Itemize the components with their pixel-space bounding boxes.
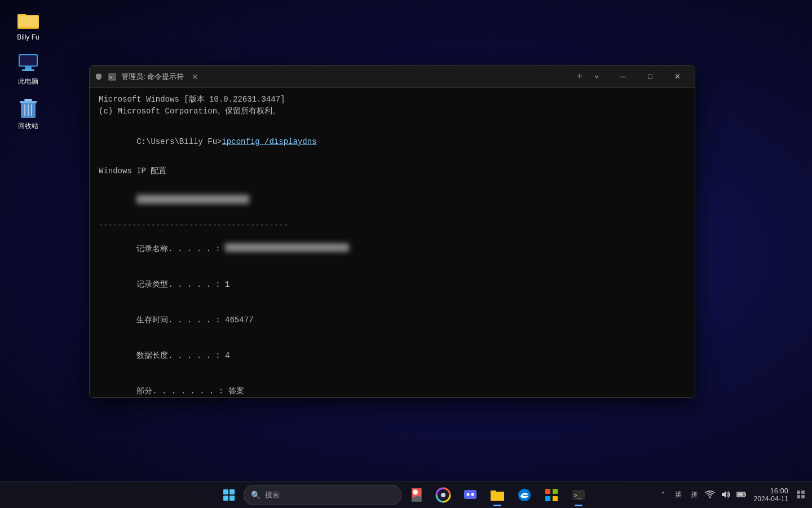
close-button[interactable]: ✕	[664, 68, 690, 86]
svg-point-31	[467, 493, 470, 496]
svg-rect-11	[19, 16, 38, 27]
title-bar: >_ 管理员: 命令提示符 ✕ + ─ □ ✕	[90, 65, 695, 88]
svg-marker-43	[722, 491, 726, 498]
record1-sect: 部分. . . . . . . : 答案	[99, 374, 686, 397]
language-eng-icon[interactable]: 英	[672, 488, 685, 501]
lang-pin-label: 拼	[691, 490, 698, 500]
record1-sect-val: 答案	[228, 387, 244, 396]
wifi-icon[interactable]	[703, 488, 717, 501]
tab-close-button[interactable]: ✕	[189, 71, 201, 82]
clock-date: 2024-04-11	[754, 495, 788, 503]
svg-rect-45	[745, 493, 746, 496]
svg-rect-39	[545, 496, 550, 501]
taskbar-center: 🔍 搜索 🎴	[217, 483, 591, 507]
windows-version-line: Microsoft Windows [版本 10.0.22631.3447]	[99, 94, 686, 106]
taskbar-right: ⌃ 英 拼	[591, 487, 812, 503]
volume-icon[interactable]	[719, 488, 732, 501]
separator1: ----------------------------------------	[99, 220, 686, 231]
svg-rect-48	[797, 491, 800, 494]
terminal-window: >_ 管理员: 命令提示符 ✕ + ─ □ ✕ Microsoft Window…	[89, 65, 695, 398]
search-box[interactable]: 🔍 搜索	[244, 485, 401, 505]
tab-dropdown-button[interactable]	[590, 70, 603, 84]
svg-rect-35	[491, 492, 504, 500]
desktop-icon-billy-fu[interactable]: Billy Fu	[6, 6, 51, 44]
terminal-tab-title: 管理员: 命令提示符	[121, 72, 184, 82]
file-explorer-button[interactable]	[485, 483, 510, 507]
lang-eng-label: 英	[675, 490, 682, 500]
this-pc-label: 此电脑	[18, 77, 38, 85]
ip-config-header: Windows IP 配置	[99, 165, 686, 177]
search-icon: 🔍	[251, 491, 261, 500]
recycle-bin-label: 回收站	[18, 122, 38, 130]
svg-rect-24	[223, 489, 228, 494]
svg-rect-18	[24, 99, 32, 101]
terminal-taskbar-button[interactable]: >_	[566, 483, 591, 507]
desktop-icon-recycle-bin[interactable]: 回收站	[6, 94, 51, 133]
recycle-bin-icon	[17, 97, 39, 120]
window-controls: ─ □ ✕	[610, 68, 690, 86]
copyright-line: (c) Microsoft Corporation。保留所有权利。	[99, 106, 686, 117]
tray-expand-button[interactable]: ⌃	[658, 491, 668, 498]
colorful-app-button[interactable]	[431, 483, 456, 507]
svg-rect-17	[20, 101, 37, 103]
record1-name-value	[225, 243, 349, 252]
svg-rect-14	[25, 67, 32, 69]
command-text: ipconfig /displaydns	[222, 137, 316, 146]
edge-browser-button[interactable]	[512, 483, 537, 507]
svg-rect-27	[230, 496, 235, 501]
svg-rect-38	[553, 489, 558, 494]
svg-rect-51	[801, 495, 805, 498]
svg-text:>_: >_	[574, 492, 581, 499]
cmd-icon: >_	[108, 72, 117, 81]
minimize-button[interactable]: ─	[610, 68, 636, 86]
svg-rect-46	[738, 493, 743, 496]
svg-rect-25	[230, 489, 235, 494]
svg-rect-49	[801, 491, 805, 494]
monitor-icon	[17, 52, 39, 75]
start-button[interactable]	[217, 483, 241, 507]
svg-point-29	[441, 493, 445, 497]
widgets-button[interactable]: 🎴	[404, 483, 429, 507]
system-tray: 英 拼	[672, 488, 748, 501]
desktop: Billy Fu 此电脑	[0, 0, 812, 508]
svg-rect-15	[22, 69, 34, 71]
store-button[interactable]	[539, 483, 564, 507]
record1-name: 记录名称. . . . . :	[99, 231, 686, 267]
terminal-content[interactable]: Microsoft Windows [版本 10.0.22631.3447] (…	[90, 88, 695, 397]
battery-icon[interactable]	[735, 488, 748, 501]
record1-ttl: 生存时间. . . . . : 465477	[99, 303, 686, 338]
prompt: C:\Users\Billy Fu>	[136, 137, 222, 146]
svg-text:>_: >_	[109, 75, 116, 80]
svg-rect-37	[545, 489, 550, 494]
record1-type-val: 1	[225, 280, 230, 289]
clock-area[interactable]: 16:00 2024-04-11	[752, 487, 791, 503]
svg-rect-40	[553, 496, 558, 501]
maximize-button[interactable]: □	[637, 68, 663, 86]
svg-point-36	[518, 489, 531, 501]
desktop-icons: Billy Fu 此电脑	[6, 6, 51, 133]
svg-rect-13	[20, 55, 37, 65]
record1-len: 数据长度. . . . . : 4	[99, 338, 686, 374]
record1-ttl-val: 465477	[225, 316, 253, 325]
chat-button[interactable]	[458, 483, 483, 507]
record1-len-val: 4	[225, 351, 230, 360]
new-tab-button[interactable]: +	[572, 69, 588, 85]
shield-icon	[94, 72, 103, 81]
search-label: 搜索	[265, 490, 280, 500]
record1-type: 记录类型. . . . . : 1	[99, 267, 686, 303]
taskbar: 🔍 搜索 🎴	[0, 481, 812, 508]
desktop-icon-this-pc[interactable]: 此电脑	[6, 50, 51, 88]
language-pin-icon[interactable]: 拼	[687, 488, 701, 501]
billy-fu-label: Billy Fu	[17, 33, 39, 41]
section1-blurred-name	[136, 195, 249, 204]
folder-icon	[17, 8, 39, 31]
svg-rect-26	[223, 496, 228, 501]
svg-point-32	[471, 493, 474, 496]
clock-time: 16:00	[770, 487, 788, 496]
section1-header	[99, 183, 686, 218]
command-line: C:\Users\Billy Fu>ipconfig /displaydns	[99, 124, 686, 160]
svg-rect-30	[464, 490, 476, 499]
notification-button[interactable]	[794, 488, 807, 501]
svg-rect-50	[797, 495, 800, 498]
